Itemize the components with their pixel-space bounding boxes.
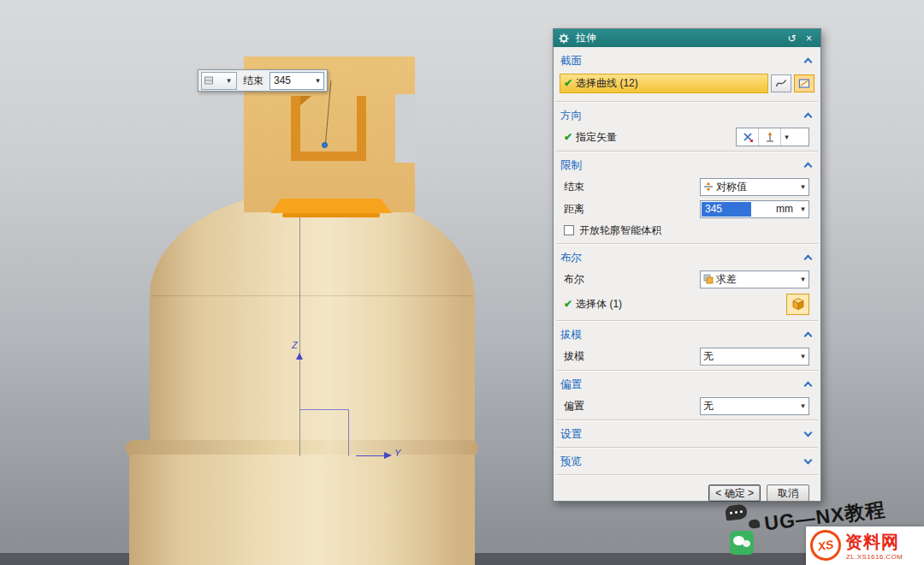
specify-vector-label: 指定矢量 (576, 130, 736, 145)
section-header-label: 方向 (560, 109, 582, 123)
open-profile-checkbox[interactable] (564, 225, 574, 235)
close-icon[interactable]: × (803, 33, 815, 45)
y-axis-label: Y (394, 448, 400, 458)
section-header-label: 布尔 (560, 251, 582, 265)
distance-unit: mm (776, 203, 793, 215)
y-axis-line (356, 455, 385, 456)
distance-value-selected: 345 (702, 202, 751, 217)
extrude-dialog: 拉伸 ↺ × 截面 ✔ 选择曲线 (12) (553, 28, 821, 502)
z-axis-arrow-icon (296, 353, 303, 360)
section-header-settings[interactable]: 设置 (554, 424, 820, 444)
distance-row: 距离 345 mm ▾ (554, 198, 820, 220)
sketch-point-handle[interactable] (322, 142, 328, 148)
ok-button[interactable]: < 确定 > (708, 485, 761, 502)
section-header-section[interactable]: 截面 (554, 51, 820, 71)
dropdown-arrow-icon: ▾ (797, 352, 808, 360)
end-label: 结束 (240, 74, 266, 88)
section-header-limits[interactable]: 限制 (554, 155, 820, 175)
section-header-label: 设置 (560, 427, 582, 442)
draft-label: 拔模 (564, 349, 700, 364)
draft-row: 拔模 无 ▾ (554, 345, 820, 367)
gear-icon (559, 33, 569, 44)
select-curve-label: 选择曲线 (12) (576, 76, 638, 91)
chevron-down-icon (804, 456, 813, 465)
chat-bubble-small-icon (748, 519, 760, 529)
checkmark-icon: ✔ (564, 77, 572, 89)
body-cube-icon (791, 297, 806, 311)
subtract-icon (703, 274, 714, 284)
distance-label: 距离 (564, 202, 700, 217)
model-tank-lower-body[interactable] (129, 455, 475, 565)
curve-rule-button[interactable] (771, 74, 791, 92)
vector-dialog-icon[interactable] (759, 128, 781, 146)
dialog-body: 截面 ✔ 选择曲线 (12) 方向 (554, 47, 820, 506)
chat-bubble-icon (725, 504, 748, 521)
dropdown-arrow-icon: ▾ (223, 76, 234, 85)
brand-name: 资料网 (845, 531, 899, 554)
section-header-boolean[interactable]: 布尔 (554, 247, 820, 268)
section-header-direction[interactable]: 方向 (554, 105, 820, 126)
dialog-button-row: < 确定 > 取消 (554, 480, 820, 506)
model-flange-lip (282, 213, 380, 217)
cancel-button[interactable]: 取消 (767, 485, 809, 502)
boolean-dropdown[interactable]: 求差 ▾ (700, 271, 809, 288)
section-header-label: 预览 (560, 455, 582, 469)
end-type-dropdown-button[interactable]: ▾ (201, 72, 237, 90)
section-header-preview[interactable]: 预览 (554, 451, 820, 472)
end-row: 结束 对称值 ▾ (554, 175, 820, 198)
end-value: 对称值 (716, 180, 797, 194)
chevron-up-icon (804, 332, 813, 341)
distance-field[interactable]: 345 mm ▾ (700, 200, 809, 218)
dropdown-arrow-icon: ▾ (312, 76, 323, 85)
sketch-section-button[interactable] (794, 74, 814, 92)
vector-method-group[interactable]: ▾ (736, 128, 809, 146)
offset-value: 无 (703, 399, 797, 413)
onscreen-distance-input[interactable]: 345 ▾ (270, 72, 324, 90)
select-body-button[interactable] (786, 294, 809, 315)
boolean-label: 布尔 (564, 272, 700, 287)
draft-value: 无 (703, 349, 797, 364)
separator (556, 101, 818, 103)
extrude-preview-notch (395, 94, 416, 163)
z-axis-label: Z (292, 340, 298, 350)
dropdown-arrow-icon: ▾ (797, 401, 808, 410)
chevron-up-icon (804, 163, 813, 171)
section-header-offset[interactable]: 偏置 (554, 374, 820, 395)
onscreen-limit-toolbar: ▾ 结束 345 ▾ (198, 69, 328, 92)
dialog-titlebar[interactable]: 拉伸 ↺ × (554, 29, 820, 47)
dropdown-arrow-icon: ▾ (797, 182, 808, 191)
separator (556, 151, 818, 152)
select-curve-row: ✔ 选择曲线 (12) (554, 71, 820, 98)
sketch-plane-edge-horizontal (299, 409, 349, 410)
section-header-draft[interactable]: 拔模 (554, 324, 820, 345)
end-dropdown[interactable]: 对称值 ▾ (700, 178, 809, 196)
dialog-title: 拉伸 (576, 31, 781, 45)
offset-dropdown[interactable]: 无 ▾ (700, 397, 809, 415)
boolean-value: 求差 (716, 272, 797, 287)
dropdown-arrow-icon: ▾ (797, 205, 808, 213)
chevron-up-icon (804, 113, 813, 122)
boolean-row: 布尔 求差 ▾ (554, 268, 820, 290)
model-tank-upper-body[interactable] (150, 294, 475, 443)
chevron-up-icon (804, 382, 813, 390)
separator (556, 447, 818, 449)
select-body-label: 选择体 (1) (576, 297, 786, 312)
chevron-up-icon (804, 255, 813, 264)
chevron-down-icon (804, 429, 813, 437)
draft-dropdown[interactable]: 无 ▾ (700, 348, 809, 366)
chevron-up-icon (804, 58, 813, 67)
model-flange[interactable] (270, 199, 392, 213)
dropdown-arrow-icon: ▾ (797, 275, 808, 283)
inferred-vector-icon[interactable] (737, 128, 759, 146)
section-header-label: 限制 (560, 158, 582, 173)
dropdown-arrow-icon: ▾ (781, 133, 792, 141)
end-type-icon (204, 75, 214, 86)
separator (556, 419, 818, 421)
offset-label: 偏置 (564, 399, 700, 413)
end-label: 结束 (564, 180, 700, 194)
sketch-centerline[interactable] (299, 178, 300, 456)
reset-icon[interactable]: ↺ (785, 33, 798, 45)
select-curve-field[interactable]: ✔ 选择曲线 (12) (560, 74, 768, 93)
separator (556, 243, 818, 245)
brand-badge: XS (808, 527, 844, 563)
